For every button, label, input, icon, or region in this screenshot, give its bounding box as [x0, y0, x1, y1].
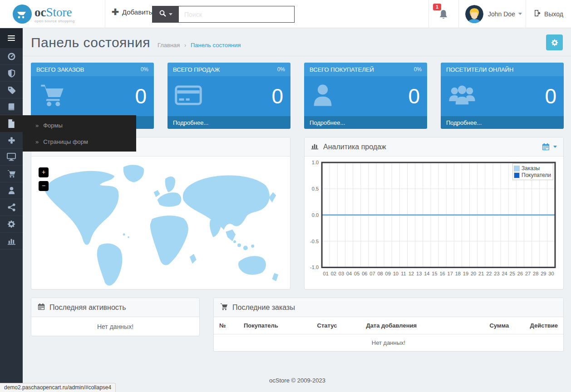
- svg-text:22: 22: [486, 271, 492, 276]
- svg-text:-1.0: -1.0: [310, 265, 319, 270]
- col-order-id: №: [214, 317, 238, 334]
- tile-percent: 0%: [141, 66, 148, 73]
- sidebar-item-forms[interactable]: [0, 115, 23, 132]
- activity-empty-message: Нет данных!: [31, 317, 199, 336]
- credit-card-icon: [175, 85, 202, 107]
- calendar-icon: [38, 303, 45, 312]
- breadcrumb-home[interactable]: Главная: [158, 42, 180, 49]
- logo-tagline: open source shopping: [34, 20, 75, 23]
- submenu-item-label: Формы: [43, 122, 63, 129]
- svg-text:20: 20: [471, 271, 476, 276]
- breadcrumb-current[interactable]: Панель состояния: [191, 42, 241, 49]
- sidebar-item-system[interactable]: [0, 216, 23, 233]
- svg-text:18: 18: [455, 271, 461, 276]
- sidebar-item-design[interactable]: [0, 149, 23, 166]
- user-icon: [8, 186, 15, 195]
- svg-text:29: 29: [541, 271, 546, 276]
- svg-text:24: 24: [502, 271, 507, 276]
- sidebar-item-marketing[interactable]: [0, 199, 23, 216]
- svg-text:30: 30: [548, 271, 554, 276]
- svg-text:16: 16: [439, 271, 445, 276]
- sidebar-item-sales[interactable]: [0, 166, 23, 182]
- search-caret-icon: [169, 13, 172, 15]
- svg-text:1.0: 1.0: [312, 160, 319, 165]
- monitor-icon: [7, 153, 16, 161]
- search-group: [152, 6, 295, 23]
- svg-text:12: 12: [409, 271, 414, 276]
- tile-title: ПОСЕТИТЕЛИ ОНЛАЙН: [446, 66, 513, 73]
- bar-chart-icon: [311, 142, 319, 152]
- svg-text:23: 23: [494, 271, 499, 276]
- map-zoom-in-button[interactable]: +: [39, 167, 49, 177]
- tile-more-link[interactable]: Подробнее...: [304, 116, 427, 129]
- search-input[interactable]: [179, 6, 294, 22]
- recent-activity-panel: Последняя активность Нет данных!: [31, 298, 200, 336]
- calendar-caret-icon: [553, 146, 557, 148]
- tile-percent: 0%: [277, 66, 285, 73]
- svg-text:02: 02: [331, 271, 336, 276]
- col-status: Статус: [312, 317, 361, 334]
- tile-more-link[interactable]: Подробнее...: [167, 116, 290, 129]
- svg-text:06: 06: [362, 271, 367, 276]
- orders-table: № Покупатель Статус Дата добавления Сумм…: [214, 317, 563, 351]
- sidebar-item-extensions[interactable]: [0, 132, 23, 149]
- sidebar-item-shield[interactable]: [0, 65, 23, 82]
- double-chevron-icon: »: [35, 122, 39, 129]
- menu-toggle-button[interactable]: [0, 28, 23, 48]
- sidebar: [0, 28, 23, 392]
- svg-text:25: 25: [510, 271, 515, 276]
- svg-text:26: 26: [517, 271, 523, 276]
- notifications-button[interactable]: 1: [428, 0, 458, 28]
- bar-chart-icon: [7, 237, 16, 245]
- tile-total-customers: ВСЕГО ПОКУПАТЕЛЕЙ 0% 0 Подробнее...: [304, 63, 427, 129]
- avatar: [465, 5, 483, 23]
- svg-text:08: 08: [377, 271, 383, 276]
- browser-status-bar: demo2.paschaopencart.ru/admin/#collapse4: [0, 383, 116, 392]
- submenu-item-forms[interactable]: » Формы: [23, 117, 136, 133]
- breadcrumb-separator: ›: [184, 42, 186, 49]
- sidebar-item-dashboard[interactable]: [0, 48, 23, 65]
- tile-title: ВСЕГО ПОКУПАТЕЛЕЙ: [310, 66, 374, 73]
- main-content: Панель состояния Главная › Панель состоя…: [23, 28, 571, 392]
- svg-text:10: 10: [393, 271, 399, 276]
- sidebar-item-reports[interactable]: [0, 233, 23, 250]
- legend-swatch-customers: [514, 172, 520, 178]
- page-title: Панель состояния: [31, 35, 150, 50]
- hamburger-icon: [8, 34, 15, 42]
- svg-text:21: 21: [478, 271, 484, 276]
- latest-orders-panel: Последние заказы № Покупатель Статус Дат…: [213, 298, 564, 352]
- legend-label-orders: Заказы: [522, 165, 540, 172]
- svg-text:28: 28: [533, 271, 538, 276]
- sidebar-item-catalog[interactable]: [0, 82, 23, 98]
- svg-text:11: 11: [401, 271, 406, 276]
- tile-more-link[interactable]: Подробнее...: [441, 116, 564, 129]
- book-icon: [7, 103, 15, 111]
- map-zoom-out-button[interactable]: −: [39, 181, 49, 191]
- tile-visitors-online: ПОСЕТИТЕЛИ ОНЛАЙН 0: [441, 63, 564, 129]
- logout-button[interactable]: Выход: [526, 0, 571, 28]
- dashboard-settings-button[interactable]: [546, 34, 563, 50]
- logout-label: Выход: [544, 10, 563, 18]
- world-map[interactable]: + −: [31, 157, 290, 289]
- add-button[interactable]: ✚ Добавить: [112, 8, 152, 16]
- svg-text:05: 05: [354, 271, 359, 276]
- sidebar-item-blog[interactable]: [0, 98, 23, 115]
- top-header: ocStore open source shopping ✚ Добавить …: [0, 0, 571, 28]
- svg-text:09: 09: [385, 271, 391, 276]
- sales-analytics-title: Аналитика продаж: [323, 143, 386, 151]
- sidebar-item-customers[interactable]: [0, 182, 23, 199]
- submenu-item-form-pages[interactable]: » Страницы форм: [23, 133, 136, 150]
- logo[interactable]: ocStore open source shopping: [0, 0, 105, 28]
- add-button-label: Добавить: [122, 8, 152, 16]
- search-button[interactable]: [153, 6, 179, 22]
- svg-text:04: 04: [346, 271, 352, 276]
- gear-icon: [551, 39, 558, 46]
- analytics-chart: 1.00.50.0-0.5-1.001020304050607080910111…: [305, 159, 561, 286]
- cart-icon: [220, 303, 228, 312]
- svg-text:15: 15: [432, 271, 437, 276]
- user-menu[interactable]: John Doe: [458, 0, 526, 28]
- chart-range-button[interactable]: [542, 143, 557, 151]
- tile-percent: 0%: [414, 66, 422, 73]
- submenu-item-label: Страницы форм: [43, 138, 88, 145]
- breadcrumb: Главная › Панель состояния: [158, 42, 241, 49]
